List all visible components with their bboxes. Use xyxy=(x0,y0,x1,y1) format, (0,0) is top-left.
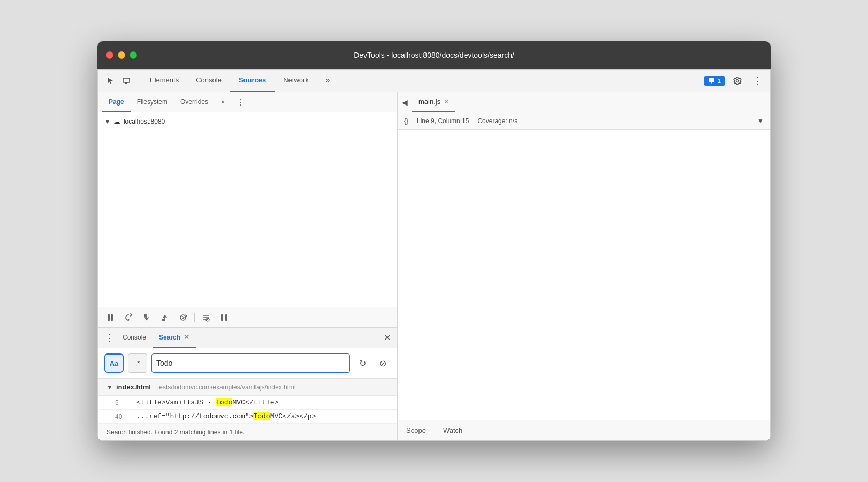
devtools-window: DevTools - localhost:8080/docs/devtools/… xyxy=(97,41,771,441)
search-tab-label: Search xyxy=(159,334,180,341)
scope-tab[interactable]: Scope xyxy=(398,420,435,441)
cancel-search-btn[interactable]: ⊘ xyxy=(375,355,391,371)
svg-point-7 xyxy=(180,315,186,320)
format-btn[interactable]: {} xyxy=(404,117,408,125)
sub-tab-page[interactable]: Page xyxy=(102,92,131,112)
svg-rect-5 xyxy=(144,314,146,317)
content-area: Page Filesystem Overrides » ⋮ ▼ ☁ localh… xyxy=(98,92,770,440)
debug-separator xyxy=(194,313,195,322)
topbar-right-icons: 1 ⋮ xyxy=(704,73,766,89)
result-filepath: tests/todomvc.com/examples/vanillajs/ind… xyxy=(157,383,296,391)
result-after-2: MVC</a></p> xyxy=(270,412,316,420)
file-tab-label: main.js xyxy=(418,97,440,106)
minimize-button[interactable] xyxy=(118,51,125,59)
search-input[interactable] xyxy=(156,359,345,367)
device-toggle-btn[interactable] xyxy=(118,73,134,89)
bottom-tab-search[interactable]: Search ✕ xyxy=(153,328,196,348)
bottom-panel: ⋮ Console Search ✕ ✕ Aa .* xyxy=(98,327,397,440)
tab-console[interactable]: Console xyxy=(187,70,230,92)
right-tab-bar: ◀ main.js ✕ xyxy=(398,92,770,112)
result-line-2[interactable]: 40 ...ref="http://todomvc.com">TodoMVC</… xyxy=(98,410,397,424)
pause-btn[interactable] xyxy=(103,311,117,325)
window-controls xyxy=(106,51,137,59)
search-tab-close[interactable]: ✕ xyxy=(184,333,189,341)
debug-toolbar xyxy=(98,307,397,327)
coverage-info: Coverage: n/a xyxy=(477,117,517,125)
cursor-icon-btn[interactable] xyxy=(102,73,118,89)
window-title: DevTools - localhost:8080/docs/devtools/… xyxy=(354,51,514,59)
chat-badge[interactable]: 1 xyxy=(704,76,725,86)
bottom-tab-console[interactable]: Console xyxy=(116,328,153,348)
result-line-num-2: 40 xyxy=(115,413,130,420)
main-tab-bar: Elements Console Sources Network » 1 xyxy=(98,70,770,92)
close-button[interactable] xyxy=(106,51,113,59)
search-status-bar: Search finished. Found 2 matching lines … xyxy=(98,424,397,440)
step-out-btn[interactable] xyxy=(158,311,172,325)
format-icon: {} xyxy=(404,117,408,125)
result-before-1: <title>VanillaJS · xyxy=(136,398,216,406)
sub-tab-more[interactable]: » xyxy=(215,92,231,112)
tab-network[interactable]: Network xyxy=(275,70,317,92)
svg-rect-6 xyxy=(162,319,164,321)
result-line-code-2: ...ref="http://todomvc.com">TodoMVC</a><… xyxy=(136,412,316,420)
code-info-bar: {} Line 9, Column 15 Coverage: n/a ▼ xyxy=(398,112,770,130)
svg-rect-1 xyxy=(125,82,127,84)
main-tabs-container: Elements Console Sources Network » xyxy=(141,70,704,92)
file-tree-item[interactable]: ▼ ☁ localhost:8080 xyxy=(98,116,397,127)
sub-tab-menu-btn[interactable]: ⋮ xyxy=(233,97,248,107)
result-match-2: Todo xyxy=(253,412,270,420)
step-over-btn[interactable] xyxy=(121,311,135,325)
watch-tab[interactable]: Watch xyxy=(435,420,471,441)
maximize-button[interactable] xyxy=(130,51,137,59)
tree-item-label: localhost:8080 xyxy=(124,118,165,125)
more-options-btn[interactable]: ⋮ xyxy=(750,73,766,89)
sub-tab-filesystem[interactable]: Filesystem xyxy=(131,92,174,112)
tab-sources[interactable]: Sources xyxy=(230,70,275,92)
tree-arrow-icon: ▼ xyxy=(104,118,111,125)
code-viewer xyxy=(398,130,770,420)
cloud-icon: ☁ xyxy=(113,117,120,126)
search-action-buttons: ↻ ⊘ xyxy=(354,355,391,371)
close-all-btn[interactable]: ✕ xyxy=(382,330,393,345)
search-input-wrap xyxy=(151,353,350,373)
step-into-btn[interactable] xyxy=(140,311,154,325)
devtools-body: Elements Console Sources Network » 1 xyxy=(97,69,771,441)
result-before-2: ...ref="http://todomvc.com"> xyxy=(136,412,253,420)
tab-elements[interactable]: Elements xyxy=(141,70,187,92)
file-tab-close[interactable]: ✕ xyxy=(444,98,449,106)
breakpoints-btn[interactable] xyxy=(199,311,213,325)
svg-rect-14 xyxy=(225,314,227,321)
search-status-text: Search finished. Found 2 matching lines … xyxy=(106,428,245,436)
results-area: ▼ index.html tests/todomvc.com/examples/… xyxy=(98,379,397,424)
pause-async-btn[interactable] xyxy=(217,311,231,325)
svg-rect-3 xyxy=(111,314,113,321)
svg-point-4 xyxy=(128,319,130,320)
cursor-position: Line 9, Column 15 xyxy=(417,117,469,125)
bottom-tab-bar: ⋮ Console Search ✕ ✕ xyxy=(98,328,397,348)
result-file-arrow: ▼ xyxy=(106,383,113,391)
result-line-1[interactable]: 5 <title>VanillaJS · TodoMVC</title> xyxy=(98,396,397,410)
result-file-header[interactable]: ▼ index.html tests/todomvc.com/examples/… xyxy=(98,379,397,396)
settings-btn[interactable] xyxy=(729,73,745,89)
bottom-tab-menu-btn[interactable]: ⋮ xyxy=(102,332,116,344)
use-regex-btn[interactable]: .* xyxy=(128,353,147,373)
file-tree: ▼ ☁ localhost:8080 xyxy=(98,112,397,307)
refresh-search-btn[interactable]: ↻ xyxy=(354,355,370,371)
file-tab-mainjs[interactable]: main.js ✕ xyxy=(412,92,455,112)
scope-watch-bar: Scope Watch xyxy=(398,420,770,440)
svg-rect-13 xyxy=(221,314,223,321)
result-line-num-1: 5 xyxy=(115,399,130,406)
chat-count: 1 xyxy=(718,78,721,84)
left-panel: Page Filesystem Overrides » ⋮ ▼ ☁ localh… xyxy=(98,92,398,440)
svg-rect-0 xyxy=(123,78,130,82)
titlebar: DevTools - localhost:8080/docs/devtools/… xyxy=(97,41,771,69)
collapse-sidebar-btn[interactable]: ◀ xyxy=(402,98,408,107)
result-line-code-1: <title>VanillaJS · TodoMVC</title> xyxy=(136,398,278,406)
match-case-btn[interactable]: Aa xyxy=(104,353,124,373)
sub-tab-bar: Page Filesystem Overrides » ⋮ xyxy=(98,92,397,112)
sub-tab-overrides[interactable]: Overrides xyxy=(174,92,215,112)
svg-rect-2 xyxy=(108,314,110,321)
tab-more[interactable]: » xyxy=(317,70,338,92)
step-btn[interactable] xyxy=(176,311,190,325)
coverage-action-btn[interactable]: ▼ xyxy=(757,117,764,125)
